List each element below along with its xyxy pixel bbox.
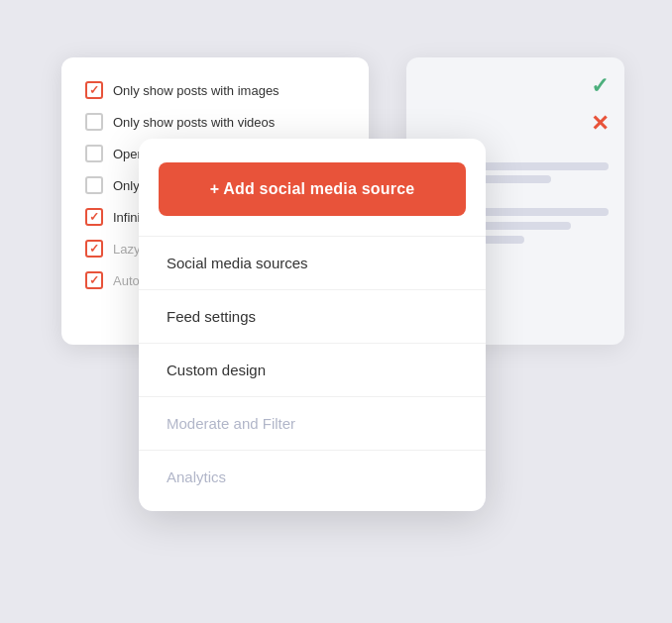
preview-x-icon: ✕	[591, 111, 609, 137]
checkbox-row-cb1: Only show posts with images	[85, 81, 345, 99]
checkbox-cb4[interactable]	[85, 176, 103, 194]
checkbox-cb6[interactable]	[85, 240, 103, 258]
checkbox-row-cb2: Only show posts with videos	[85, 113, 345, 131]
checkbox-cb3[interactable]	[85, 145, 103, 162]
checkbox-cb1[interactable]	[85, 81, 103, 99]
checkbox-cb5[interactable]	[85, 208, 103, 226]
menu-item-moderate[interactable]: Moderate and Filter	[139, 396, 486, 450]
menu-list: Social media sourcesFeed settingsCustom …	[139, 236, 486, 511]
checkbox-label-cb2: Only show posts with videos	[113, 115, 275, 130]
checkbox-label-cb1: Only show posts with images	[113, 83, 280, 98]
menu-item-analytics[interactable]: Analytics	[139, 450, 486, 503]
menu-item-social[interactable]: Social media sources	[139, 236, 486, 289]
menu-item-feed[interactable]: Feed settings	[139, 289, 486, 343]
menu-item-design[interactable]: Custom design	[139, 343, 486, 396]
checkbox-cb2[interactable]	[85, 113, 103, 131]
checkbox-cb7[interactable]	[85, 271, 103, 289]
add-social-media-source-button[interactable]: + Add social media source	[159, 162, 466, 216]
preview-check-icon: ✓	[591, 73, 609, 99]
main-dialog: + Add social media source Social media s…	[139, 139, 486, 511]
